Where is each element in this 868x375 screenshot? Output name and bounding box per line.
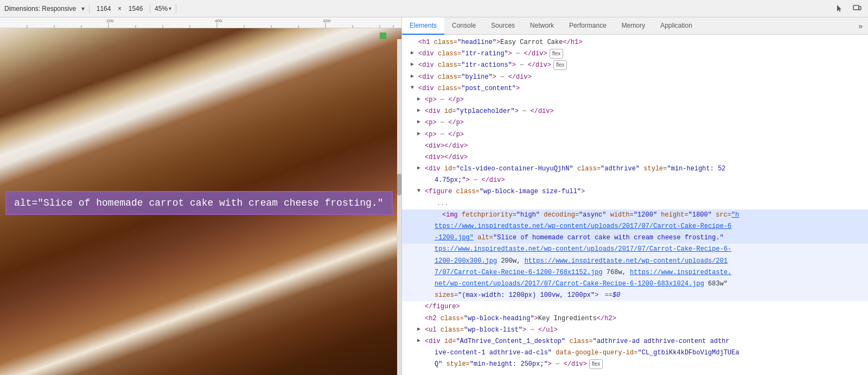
html-line[interactable]: <figure class="wp-block-image size-full"… [402, 186, 868, 198]
html-line[interactable]: <h2 class="wp-block-heading">Key Ingredi… [402, 313, 868, 325]
html-line[interactable]: <ul class="wp-block-list"> ⋯ </ul> [402, 325, 868, 336]
html-line[interactable]: net/wp-content/uploads/2017/07/Carrot-Ca… [402, 278, 868, 290]
html-line[interactable]: <div></div> [402, 141, 868, 152]
html-line[interactable]: 1200-200x300.jpg 200w, https://www.inspi… [402, 256, 868, 267]
html-line[interactable]: <p> ⋯ </p> [402, 117, 868, 129]
preview-scrollbar[interactable] [397, 39, 401, 375]
tab-network[interactable]: Network [522, 17, 561, 35]
svg-text:200: 200 [106, 18, 114, 23]
top-toolbar: Dimensions: Responsive ▾ 1164 × 1546 45%… [0, 0, 868, 17]
svg-text:600: 600 [323, 18, 331, 23]
viewport-width[interactable]: 1164 [94, 5, 113, 12]
html-line[interactable]: <div class="byline"> ⋯ </div> [402, 72, 868, 83]
viewport-height[interactable]: 1546 [126, 5, 145, 12]
elements-content[interactable]: <h1 class="headline">Easy Carrot Cake</h… [402, 35, 868, 375]
html-line[interactable]: <p> ⋯ </p> [402, 94, 868, 106]
triangle-icon[interactable] [411, 60, 418, 69]
triangle-icon[interactable] [417, 118, 425, 126]
html-line-highlighted[interactable]: ttps://www.inspiredtaste.net/wp-content/… [402, 221, 868, 232]
html-line[interactable]: <h1 class="headline">Easy Carrot Cake</h… [402, 37, 868, 48]
preview-panel: 200 400 600 [0, 17, 401, 375]
zoom-control[interactable]: 45% ▾ [155, 5, 171, 12]
svg-rect-0 [853, 5, 859, 10]
triangle-icon[interactable] [417, 325, 425, 334]
triangle-icon[interactable] [417, 187, 425, 195]
html-line[interactable]: tps://www.inspiredtaste.net/wp-content/u… [402, 244, 868, 255]
cake-image: alt="Slice of homemade carrot cake with … [0, 28, 401, 375]
toolbar-divider-2 [150, 4, 150, 14]
html-line[interactable]: sizes="(max-width: 1200px) 100vw, 1200px… [402, 290, 868, 301]
tab-sources[interactable]: Sources [483, 17, 522, 35]
toolbar-divider-3 [176, 4, 176, 14]
triangle-icon[interactable] [417, 164, 425, 173]
ruler-top: 200 400 600 [0, 17, 401, 28]
zoom-value: 45% [155, 5, 168, 12]
times-symbol: × [118, 5, 122, 12]
triangle-icon[interactable] [417, 106, 425, 115]
dimensions-label: Dimensions: Responsive [4, 5, 76, 12]
triangle-icon[interactable] [417, 95, 425, 104]
tab-console[interactable]: Console [444, 17, 483, 35]
html-line[interactable]: <div class="post_content"> [402, 83, 868, 94]
dropdown-arrow[interactable]: ▾ [81, 5, 85, 12]
html-line[interactable]: <div id="cls-video-container-HuyuQjhN" c… [402, 163, 868, 175]
html-line-highlighted[interactable]: -1200.jpg" alt="Slice of homemade carrot… [402, 232, 868, 244]
html-line[interactable]: 4.75px;"> ⋯ </div> [402, 175, 868, 186]
preview-content: alt="Slice of homemade carrot cake with … [0, 28, 401, 375]
toolbar-right-icons [833, 2, 864, 15]
html-line[interactable]: <div id="AdThrive_Content_1_desktop" cla… [402, 336, 868, 347]
element-indicator-dot [380, 33, 386, 39]
html-line[interactable]: ive-content-1 adthrive-ad-cls" data-goog… [402, 347, 868, 359]
devtools-tabs: Elements Console Sources Network Perform… [402, 17, 868, 35]
html-line[interactable]: <div class="itr-actions"> ⋯ </div>flex [402, 60, 868, 71]
triangle-icon[interactable] [417, 130, 425, 138]
html-line[interactable]: ... [402, 198, 868, 209]
tab-application[interactable]: Application [653, 17, 700, 35]
html-line[interactable]: <div class="itr-rating"> ⋯ </div>flex [402, 48, 868, 60]
triangle-icon[interactable] [411, 49, 418, 58]
html-line[interactable]: 7/07/Carrot-Cake-Recipe-6-1200-768x1152.… [402, 267, 868, 278]
more-tabs-button[interactable]: » [853, 22, 868, 30]
tab-elements[interactable]: Elements [402, 17, 444, 35]
alt-text-tooltip: alt="Slice of homemade carrot cake with … [5, 191, 393, 215]
triangle-icon[interactable] [411, 84, 418, 92]
zoom-dropdown-arrow[interactable]: ▾ [169, 5, 171, 11]
html-line[interactable]: <div></div> [402, 152, 868, 163]
tab-performance[interactable]: Performance [561, 17, 614, 35]
html-line-highlighted[interactable]: <img fetchpriority="high" decoding="asyn… [402, 209, 868, 221]
alt-text-value: alt="Slice of homemade carrot cake with … [14, 198, 384, 208]
svg-rect-1 [859, 7, 861, 10]
cursor-icon[interactable] [833, 2, 846, 15]
svg-text:400: 400 [215, 18, 222, 23]
html-line[interactable]: <div id="ytplaceholder"> ⋯ </div> [402, 106, 868, 117]
toolbar-divider-1 [89, 4, 90, 14]
device-toggle-icon[interactable] [851, 2, 864, 15]
html-line[interactable]: Q" style="min-height: 250px;"> ⋯ </div>f… [402, 359, 868, 370]
triangle-icon[interactable] [411, 72, 418, 81]
html-line[interactable]: </figure> [402, 301, 868, 313]
main-area: 200 400 600 [0, 17, 868, 375]
preview-scrollbar-thumb[interactable] [397, 174, 401, 195]
devtools-panel: Elements Console Sources Network Perform… [401, 17, 868, 375]
tab-memory[interactable]: Memory [614, 17, 653, 35]
triangle-icon[interactable] [417, 336, 425, 345]
html-line[interactable]: <p> ⋯ </p> [402, 129, 868, 141]
